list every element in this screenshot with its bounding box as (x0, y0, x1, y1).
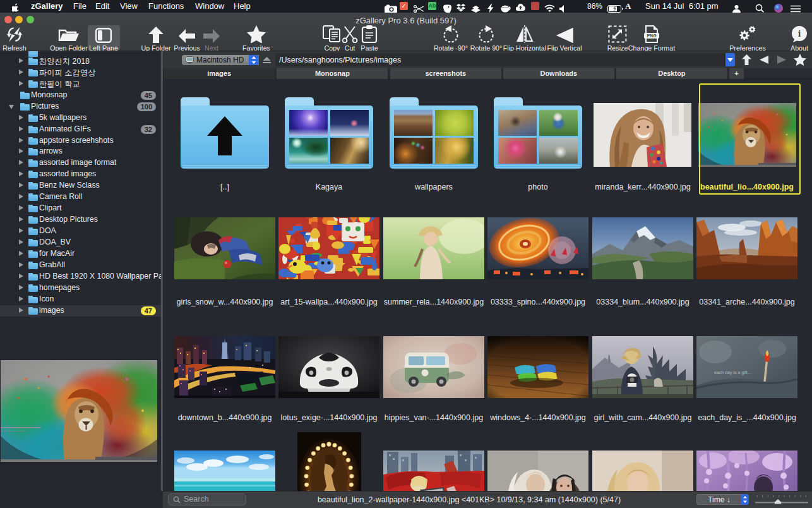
svg-text:PNG: PNG (647, 33, 657, 38)
svg-text:each day is a gift...: each day is a gift... (714, 370, 751, 375)
svg-text:i: i (798, 28, 801, 39)
